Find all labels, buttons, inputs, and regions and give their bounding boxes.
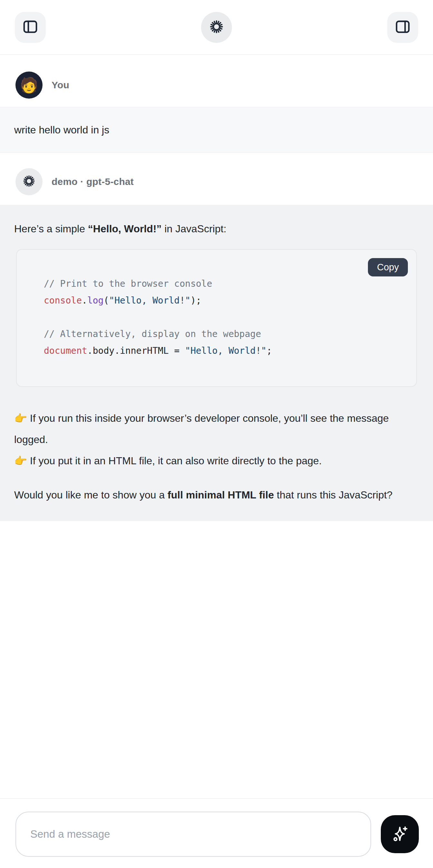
user-author-row: 🧑 You — [0, 71, 433, 99]
right-panel-toggle-button[interactable] — [387, 12, 418, 43]
assistant-message: Here’s a simple “Hello, World!” in JavaS… — [0, 205, 433, 521]
message-input[interactable] — [16, 812, 371, 857]
user-avatar-emoji: 🧑 — [20, 78, 38, 92]
conversation-area: 🧑 You write hello world in js — [0, 55, 433, 798]
assistant-starburst-icon — [22, 174, 36, 189]
user-message: write hello world in js — [0, 107, 433, 153]
assistant-author-label: demo · gpt-5-chat — [52, 176, 134, 187]
sidebar-toggle-button[interactable] — [15, 12, 46, 43]
user-avatar: 🧑 — [16, 71, 42, 99]
assistant-question-text: Would you like me to show you a full min… — [14, 484, 419, 505]
assistant-author-row: demo · gpt-5-chat — [0, 168, 433, 195]
assistant-intro-text: Here’s a simple “Hello, World!” in JavaS… — [14, 218, 419, 239]
assistant-tips-text: 👉 If you run this inside your browser’s … — [14, 408, 419, 471]
composer-bar — [0, 798, 433, 868]
assistant-avatar — [16, 168, 42, 195]
code-block: Copy // Print to the browser consolecons… — [16, 249, 417, 387]
sidebar-toggle-icon — [22, 19, 39, 36]
right-panel-toggle-icon — [394, 19, 411, 36]
sparkle-send-icon — [390, 824, 409, 844]
send-button[interactable] — [381, 815, 419, 853]
chat-app: 🧑 You write hello world in js — [0, 0, 433, 868]
user-message-text: write hello world in js — [14, 124, 109, 136]
model-logo-badge — [201, 12, 232, 43]
model-starburst-icon — [209, 19, 224, 36]
code-content: // Print to the browser consoleconsole.l… — [17, 250, 416, 386]
user-author-label: You — [52, 80, 69, 91]
copy-code-button[interactable]: Copy — [368, 258, 408, 276]
top-bar — [0, 0, 433, 55]
